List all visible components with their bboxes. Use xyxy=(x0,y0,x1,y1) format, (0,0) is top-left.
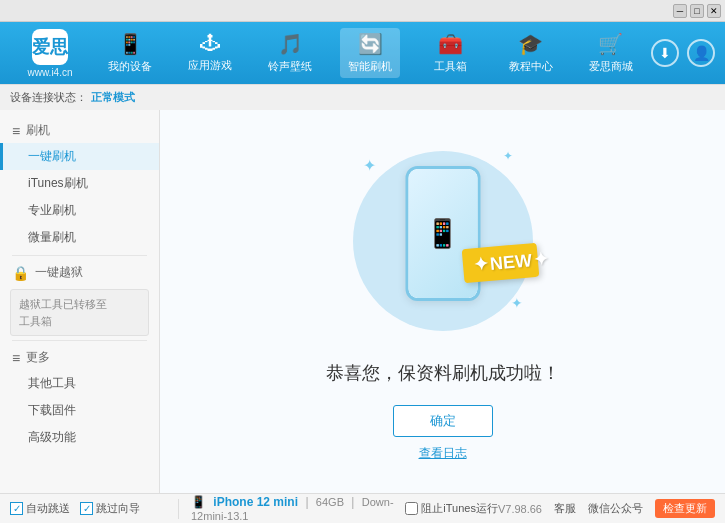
title-bar: ─ □ ✕ xyxy=(0,0,725,22)
logo-icon: 爱思 xyxy=(32,29,68,65)
bottom-right: V7.98.66 客服 微信公众号 检查更新 xyxy=(498,499,715,518)
nav-smart-flash[interactable]: 🔄 智能刷机 xyxy=(340,28,400,78)
maximize-button[interactable]: □ xyxy=(690,4,704,18)
window-controls: ─ □ ✕ xyxy=(673,4,721,18)
store-icon: 🛒 xyxy=(598,32,623,56)
bottom-bar: ✓ 自动跳送 ✓ 跳过向导 📱 iPhone 12 mini | 64GB | … xyxy=(0,493,725,523)
apps-games-icon: 🕹 xyxy=(200,32,220,55)
more-icon: ≡ xyxy=(12,350,20,366)
nav-ringtones[interactable]: 🎵 铃声壁纸 xyxy=(260,28,320,78)
status-label: 设备连接状态： xyxy=(10,90,87,105)
sidebar-item-other-tools[interactable]: 其他工具 xyxy=(0,370,159,397)
version-text: V7.98.66 xyxy=(498,503,542,515)
sidebar-divider-1 xyxy=(12,255,147,256)
ringtones-icon: 🎵 xyxy=(278,32,303,56)
skip-guide-label: 跳过向导 xyxy=(96,501,140,516)
flash-section: ≡ 刷机 一键刷机 iTunes刷机 专业刷机 微量刷机 xyxy=(0,118,159,251)
stop-itunes-checkbox[interactable] xyxy=(405,502,418,515)
confirm-button[interactable]: 确定 xyxy=(393,405,493,437)
smart-flash-label: 智能刷机 xyxy=(348,59,392,74)
checkbox-auto-jump[interactable]: ✓ 自动跳送 xyxy=(10,501,70,516)
app-logo: 爱思 www.i4.cn xyxy=(10,29,90,78)
device-info: 📱 iPhone 12 mini | 64GB | Down-12mini-13… xyxy=(187,495,405,523)
nav-bar: 爱思 www.i4.cn 📱 我的设备 🕹 应用游戏 🎵 铃声壁纸 🔄 智能刷机… xyxy=(0,22,725,84)
nav-tutorials[interactable]: 🎓 教程中心 xyxy=(501,28,561,78)
stop-itunes-area: 阻止iTunes运行 xyxy=(405,501,498,516)
smart-flash-icon: 🔄 xyxy=(358,32,383,56)
phone-screen-content: 📱 xyxy=(425,217,460,250)
my-device-label: 我的设备 xyxy=(108,59,152,74)
update-button[interactable]: 检查更新 xyxy=(655,499,715,518)
nav-store[interactable]: 🛒 爱思商城 xyxy=(581,28,641,78)
checkbox-skip-guide[interactable]: ✓ 跳过向导 xyxy=(80,501,140,516)
user-button[interactable]: 👤 xyxy=(687,39,715,67)
device-name: iPhone 12 mini xyxy=(213,495,298,509)
phone-illustration: 📱 ✦ ✦ ✦ ✦ NEW ✦ xyxy=(343,141,543,341)
sidebar-item-download-firmware[interactable]: 下载固件 xyxy=(0,397,159,424)
more-section: ≡ 更多 其他工具 下载固件 高级功能 xyxy=(0,345,159,451)
close-button[interactable]: ✕ xyxy=(707,4,721,18)
store-label: 爱思商城 xyxy=(589,59,633,74)
checkbox-area: ✓ 自动跳送 ✓ 跳过向导 xyxy=(10,501,170,516)
skip-guide-checkbox[interactable]: ✓ xyxy=(80,502,93,515)
jailbreak-header: 🔒 一键越狱 xyxy=(0,260,159,285)
toolbox-icon: 🧰 xyxy=(438,32,463,56)
notice-text: 越狱工具已转移至 工具箱 xyxy=(19,298,107,327)
jailbreak-label: 一键越狱 xyxy=(35,264,83,281)
nav-items: 📱 我的设备 🕹 应用游戏 🎵 铃声壁纸 🔄 智能刷机 🧰 工具箱 🎓 教程中心… xyxy=(90,28,651,78)
apps-games-label: 应用游戏 xyxy=(188,58,232,73)
sidebar-item-pro-flash[interactable]: 专业刷机 xyxy=(0,197,159,224)
logo-site: www.i4.cn xyxy=(27,67,72,78)
ringtones-label: 铃声壁纸 xyxy=(268,59,312,74)
wechat-public-link[interactable]: 微信公众号 xyxy=(588,501,643,516)
nav-apps-games[interactable]: 🕹 应用游戏 xyxy=(180,28,240,78)
tutorials-label: 教程中心 xyxy=(509,59,553,74)
status-bar: 设备连接状态： 正常模式 xyxy=(0,84,725,110)
more-section-header: ≡ 更多 xyxy=(0,345,159,370)
auto-jump-checkbox[interactable]: ✓ xyxy=(10,502,23,515)
customer-service-link[interactable]: 客服 xyxy=(554,501,576,516)
sidebar-divider-2 xyxy=(12,340,147,341)
new-badge: ✦ NEW ✦ xyxy=(463,246,538,301)
sidebar-item-one-click-flash[interactable]: 一键刷机 xyxy=(0,143,159,170)
main-area: ≡ 刷机 一键刷机 iTunes刷机 专业刷机 微量刷机 🔒 一键越狱 xyxy=(0,110,725,493)
device-sep-2: | xyxy=(351,495,354,509)
download-button[interactable]: ⬇ xyxy=(651,39,679,67)
my-device-icon: 📱 xyxy=(118,32,143,56)
secondary-link[interactable]: 查看日志 xyxy=(419,445,467,462)
tutorials-icon: 🎓 xyxy=(518,32,543,56)
device-storage: 64GB xyxy=(316,496,344,508)
content-area: 📱 ✦ ✦ ✦ ✦ NEW ✦ 恭喜您，保资料刷机成功啦！ 确定 查看日志 xyxy=(160,110,725,493)
more-label: 更多 xyxy=(26,349,50,366)
device-sep-1: | xyxy=(305,495,308,509)
sidebar-item-save-flash[interactable]: 微量刷机 xyxy=(0,224,159,251)
nav-toolbox[interactable]: 🧰 工具箱 xyxy=(421,28,481,78)
minimize-button[interactable]: ─ xyxy=(673,4,687,18)
flash-header-icon: ≡ xyxy=(12,123,20,139)
jailbreak-section: 🔒 一键越狱 越狱工具已转移至 工具箱 xyxy=(0,260,159,336)
divider-1 xyxy=(178,499,179,519)
flash-header-label: 刷机 xyxy=(26,122,50,139)
toolbox-label: 工具箱 xyxy=(434,59,467,74)
status-value: 正常模式 xyxy=(91,90,135,105)
flash-section-header: ≡ 刷机 xyxy=(0,118,159,143)
nav-right-buttons: ⬇ 👤 xyxy=(651,39,715,67)
sparkle-icon-1: ✦ xyxy=(363,156,376,175)
stop-itunes-label: 阻止iTunes运行 xyxy=(421,501,498,516)
sidebar: ≡ 刷机 一键刷机 iTunes刷机 专业刷机 微量刷机 🔒 一键越狱 xyxy=(0,110,160,493)
success-message: 恭喜您，保资料刷机成功啦！ xyxy=(326,361,560,385)
new-banner-text: ✦ NEW ✦ xyxy=(461,243,539,283)
sidebar-item-itunes-flash[interactable]: iTunes刷机 xyxy=(0,170,159,197)
lock-icon: 🔒 xyxy=(12,265,29,281)
sparkle-icon-2: ✦ xyxy=(503,149,513,163)
sidebar-item-advanced[interactable]: 高级功能 xyxy=(0,424,159,451)
nav-my-device[interactable]: 📱 我的设备 xyxy=(100,28,160,78)
jailbreak-notice: 越狱工具已转移至 工具箱 xyxy=(10,289,149,336)
device-icon: 📱 xyxy=(191,495,206,509)
auto-jump-label: 自动跳送 xyxy=(26,501,70,516)
